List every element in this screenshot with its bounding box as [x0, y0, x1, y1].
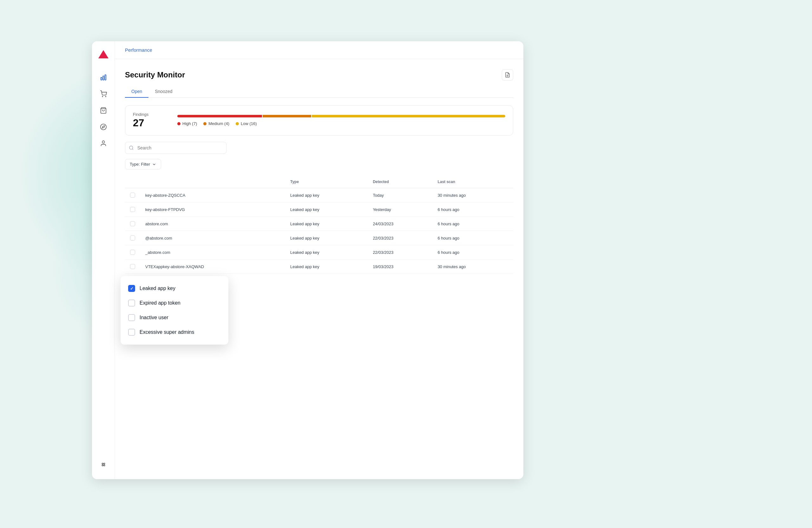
- findings-progress-bar: [177, 115, 505, 117]
- content-area: Security Monitor Open Snoozed: [115, 59, 523, 479]
- dropdown-label-leaked-app-key: Leaked app key: [140, 286, 175, 291]
- findings-count-section: Findings 27: [133, 112, 165, 129]
- table-row: VTEXappkey-abstore-XAQWAD Leaked app key…: [125, 259, 513, 274]
- svg-marker-9: [102, 126, 105, 128]
- findings-label: Findings: [133, 112, 165, 117]
- row-checkbox[interactable]: [130, 236, 135, 241]
- type-filter-button[interactable]: Type: Filter: [125, 159, 161, 169]
- row-checkbox-cell: [125, 245, 140, 259]
- bar-low: [312, 115, 505, 117]
- row-checkbox-cell: [125, 231, 140, 245]
- row-detected: 19/03/2023: [368, 259, 432, 274]
- dropdown-checkbox-inactive-user: [128, 314, 135, 321]
- row-last-scan: 6 hours ago: [433, 202, 513, 217]
- svg-point-12: [103, 463, 105, 464]
- tab-snoozed[interactable]: Snoozed: [148, 86, 178, 98]
- dot-high-icon: [177, 122, 180, 125]
- svg-point-10: [102, 141, 104, 143]
- table-header-last-scan: Last scan: [433, 176, 513, 188]
- sidebar-item-cart[interactable]: [97, 87, 111, 101]
- dot-medium-icon: [203, 122, 206, 125]
- findings-number: 27: [133, 117, 165, 129]
- svg-rect-3: [103, 76, 104, 80]
- app-container: Performance Security Monitor Open: [92, 41, 523, 479]
- row-checkbox[interactable]: [130, 192, 135, 198]
- row-checkbox-cell: [125, 217, 140, 231]
- export-button[interactable]: [502, 69, 513, 81]
- svg-point-14: [103, 465, 105, 466]
- type-filter-dropdown: ✓ Leaked app key Expired app token Inact…: [120, 276, 228, 345]
- row-type: Leaked app key: [285, 217, 368, 231]
- dropdown-item-expired-app-token[interactable]: Expired app token: [126, 296, 223, 310]
- row-checkbox-cell: [125, 202, 140, 217]
- row-checkbox[interactable]: [130, 250, 135, 255]
- section-header: Security Monitor: [125, 69, 513, 81]
- row-name: key-abstore-FTPDVG: [140, 202, 285, 217]
- tabs-container: Open Snoozed: [125, 86, 513, 98]
- search-input[interactable]: [125, 142, 227, 154]
- svg-rect-2: [101, 77, 102, 80]
- svg-point-11: [102, 463, 103, 464]
- table-row: _abstore.com Leaked app key 22/03/2023 6…: [125, 245, 513, 259]
- dropdown-checkbox-excessive-super-admins: [128, 329, 135, 336]
- table-row: @abstore.com Leaked app key 22/03/2023 6…: [125, 231, 513, 245]
- dropdown-label-excessive-super-admins: Excessive super admins: [140, 329, 194, 335]
- legend-low: Low (16): [236, 121, 257, 126]
- row-type: Leaked app key: [285, 202, 368, 217]
- dropdown-item-excessive-super-admins[interactable]: Excessive super admins: [126, 325, 223, 340]
- dropdown-label-inactive-user: Inactive user: [140, 315, 169, 320]
- row-last-scan: 6 hours ago: [433, 217, 513, 231]
- page-header: Performance: [115, 41, 523, 59]
- row-last-scan: 6 hours ago: [433, 231, 513, 245]
- breadcrumb-title: Performance: [125, 47, 152, 53]
- dot-low-icon: [236, 122, 239, 125]
- table-header-checkbox: [125, 176, 140, 188]
- dropdown-checkbox-expired-app-token: [128, 300, 135, 306]
- app-logo[interactable]: [98, 49, 109, 60]
- findings-bar-section: High (7) Medium (4) Low (16): [177, 115, 505, 126]
- row-type: Leaked app key: [285, 259, 368, 274]
- row-detected: Yesterday: [368, 202, 432, 217]
- dropdown-item-inactive-user[interactable]: Inactive user: [126, 310, 223, 325]
- row-detected: 24/03/2023: [368, 217, 432, 231]
- row-type: Leaked app key: [285, 245, 368, 259]
- row-detected: 22/03/2023: [368, 245, 432, 259]
- sidebar-item-compass[interactable]: [97, 120, 111, 134]
- row-checkbox-cell: [125, 188, 140, 202]
- row-checkbox[interactable]: [130, 221, 135, 226]
- row-name: @abstore.com: [140, 231, 285, 245]
- row-checkbox[interactable]: [130, 264, 135, 269]
- svg-point-17: [129, 146, 133, 149]
- sidebar-item-analytics[interactable]: [97, 70, 111, 84]
- bar-medium: [263, 115, 311, 117]
- row-last-scan: 30 minutes ago: [433, 188, 513, 202]
- findings-legend: High (7) Medium (4) Low (16): [177, 121, 505, 126]
- page-title: Security Monitor: [125, 70, 185, 79]
- svg-line-18: [132, 149, 133, 150]
- row-detected: Today: [368, 188, 432, 202]
- findings-table: Type Detected Last scan key-abstore-ZQSC…: [125, 176, 513, 274]
- sidebar: [92, 41, 115, 479]
- tab-open[interactable]: Open: [125, 86, 148, 98]
- svg-point-5: [102, 96, 103, 97]
- svg-point-13: [102, 465, 103, 466]
- search-icon: [129, 145, 134, 151]
- row-checkbox-cell: [125, 259, 140, 274]
- dropdown-item-leaked-app-key[interactable]: ✓ Leaked app key: [126, 281, 223, 296]
- sidebar-item-bag[interactable]: [97, 103, 111, 117]
- sidebar-item-users[interactable]: [97, 137, 111, 151]
- row-detected: 22/03/2023: [368, 231, 432, 245]
- main-content: Performance Security Monitor Open: [115, 41, 523, 479]
- sidebar-item-integrations[interactable]: [97, 458, 111, 472]
- table-row: key-abstore-ZQSCCA Leaked app key Today …: [125, 188, 513, 202]
- dropdown-label-expired-app-token: Expired app token: [140, 300, 180, 306]
- search-container: [125, 142, 227, 154]
- row-name: VTEXappkey-abstore-XAQWAD: [140, 259, 285, 274]
- checkmark-icon: ✓: [130, 286, 133, 291]
- row-checkbox[interactable]: [130, 207, 135, 212]
- row-name: abstore.com: [140, 217, 285, 231]
- dropdown-checkbox-leaked-app-key: ✓: [128, 285, 135, 292]
- bar-high: [177, 115, 262, 117]
- row-last-scan: 30 minutes ago: [433, 259, 513, 274]
- row-name: key-abstore-ZQSCCA: [140, 188, 285, 202]
